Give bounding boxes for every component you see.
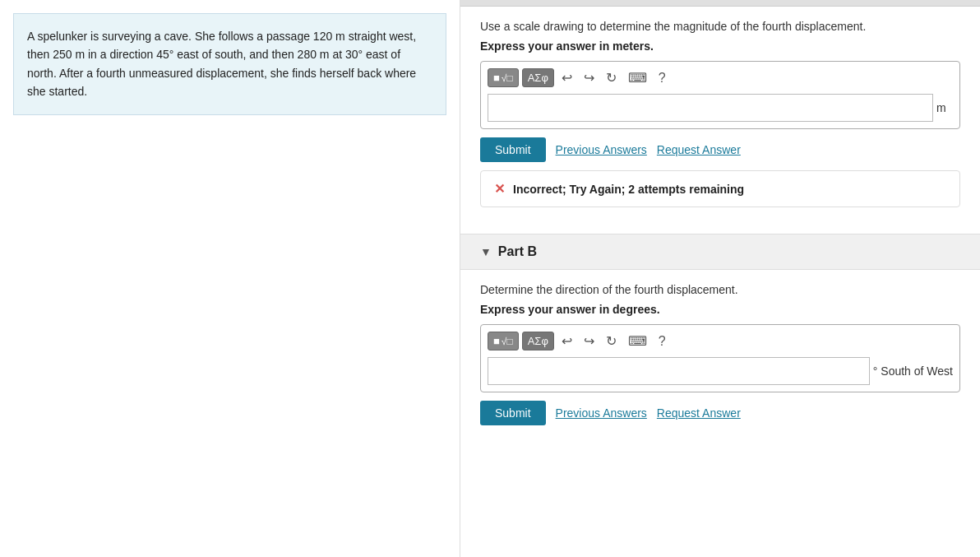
part-b-header[interactable]: ▼ Part B <box>460 234 980 270</box>
left-panel: A spelunker is surveying a cave. She fol… <box>0 0 460 557</box>
action-row-b: Submit Previous Answers Request Answer <box>480 401 960 425</box>
help-btn-b[interactable]: ? <box>654 332 670 350</box>
problem-text: A spelunker is surveying a cave. She fol… <box>27 30 416 98</box>
redo-btn-b[interactable]: ↪ <box>580 332 599 350</box>
part-b-label: Part B <box>498 244 537 259</box>
symbol-icon-a: ■ <box>493 72 500 84</box>
feedback-icon-a: ✕ <box>494 181 505 197</box>
part-b-section: Determine the direction of the fourth di… <box>460 270 980 447</box>
answer-box-a: ■ √□ ΑΣφ ↩ ↪ ↻ ⌨ ? m <box>480 61 960 129</box>
alpha-btn-b[interactable]: ΑΣφ <box>522 332 554 350</box>
chevron-down-icon: ▼ <box>480 245 492 258</box>
undo-btn-a[interactable]: ↩ <box>557 68 576 87</box>
input-row-b: ° South of West <box>488 357 953 385</box>
express-label-a: Express your answer in meters. <box>480 39 960 53</box>
feedback-box-a: ✕ Incorrect; Try Again; 2 attempts remai… <box>480 170 960 207</box>
instruction-text-a: Use a scale drawing to determine the mag… <box>480 20 960 33</box>
action-row-a: Submit Previous Answers Request Answer <box>480 137 960 162</box>
unit-label-a: m <box>936 101 953 114</box>
unit-label-b: ° South of West <box>873 364 953 378</box>
keyboard-btn-a[interactable]: ⌨ <box>624 68 651 87</box>
previous-answers-btn-b[interactable]: Previous Answers <box>556 406 647 420</box>
toolbar-b: ■ √□ ΑΣφ ↩ ↪ ↻ ⌨ ? <box>488 332 953 350</box>
submit-btn-b[interactable]: Submit <box>480 401 546 425</box>
problem-box: A spelunker is surveying a cave. She fol… <box>13 13 446 115</box>
refresh-btn-a[interactable]: ↻ <box>602 68 621 87</box>
part-a-section: Use a scale drawing to determine the mag… <box>460 7 980 234</box>
answer-box-b: ■ √□ ΑΣφ ↩ ↪ ↻ ⌨ ? ° South of West <box>480 324 960 392</box>
keyboard-btn-b[interactable]: ⌨ <box>624 332 651 350</box>
input-row-a: m <box>488 94 953 122</box>
top-bar <box>460 0 980 7</box>
answer-input-a[interactable] <box>488 94 933 122</box>
undo-btn-b[interactable]: ↩ <box>557 332 576 350</box>
symbol-btn-a[interactable]: ■ √□ <box>488 68 519 87</box>
right-panel: Use a scale drawing to determine the mag… <box>460 0 980 557</box>
request-answer-btn-b[interactable]: Request Answer <box>657 406 741 420</box>
submit-btn-a[interactable]: Submit <box>480 137 546 162</box>
request-answer-btn-a[interactable]: Request Answer <box>657 143 741 156</box>
symbol-btn-b[interactable]: ■ √□ <box>488 332 519 350</box>
sqrt-icon-b: √□ <box>502 336 513 347</box>
help-btn-a[interactable]: ? <box>654 69 670 87</box>
sqrt-icon-a: √□ <box>502 72 513 84</box>
alpha-btn-a[interactable]: ΑΣφ <box>522 68 554 87</box>
express-label-b: Express your answer in degrees. <box>480 303 960 316</box>
redo-btn-a[interactable]: ↪ <box>580 68 599 87</box>
instruction-text-b: Determine the direction of the fourth di… <box>480 283 960 296</box>
previous-answers-btn-a[interactable]: Previous Answers <box>556 143 647 156</box>
feedback-text-a: Incorrect; Try Again; 2 attempts remaini… <box>513 183 744 196</box>
symbol-icon-b: ■ <box>493 335 500 347</box>
answer-input-b[interactable] <box>488 357 870 385</box>
toolbar-a: ■ √□ ΑΣφ ↩ ↪ ↻ ⌨ ? <box>488 68 953 87</box>
refresh-btn-b[interactable]: ↻ <box>602 332 621 350</box>
